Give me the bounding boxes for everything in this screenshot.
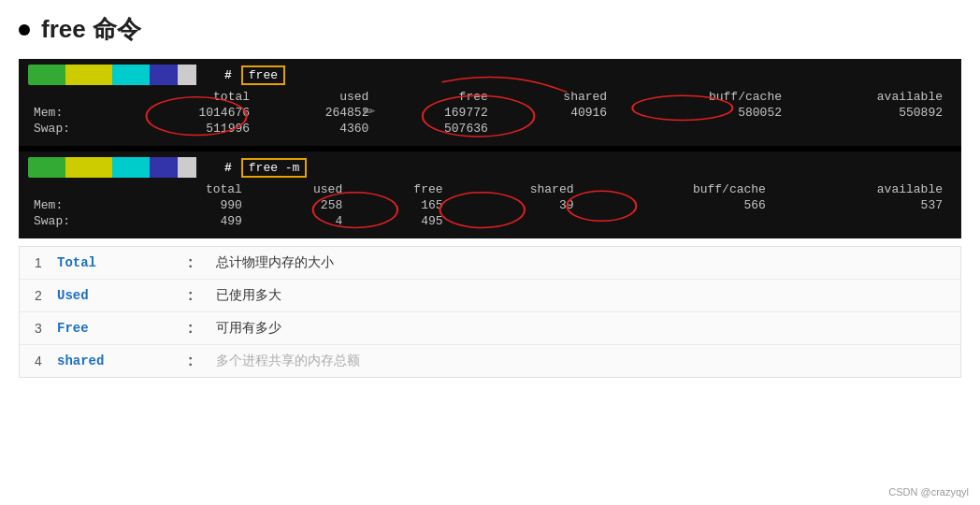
bar-green bbox=[28, 65, 65, 85]
page-container: free 命令 # free bbox=[0, 0, 980, 505]
col2-total: total bbox=[136, 181, 252, 197]
col-used: used bbox=[259, 89, 378, 105]
bar-cyan-2 bbox=[112, 157, 150, 178]
bar-blue-2 bbox=[150, 157, 178, 178]
row-swap-label: Swap: bbox=[28, 121, 126, 137]
bar-yellow-2 bbox=[65, 157, 112, 178]
col-label bbox=[28, 89, 126, 105]
row2-mem-available: 537 bbox=[775, 197, 952, 213]
row-swap-available bbox=[791, 121, 952, 137]
row2-mem-total: 990 bbox=[136, 197, 252, 213]
terminal-table-container-2: total used free shared buff/cache availa… bbox=[28, 181, 952, 229]
bar-white bbox=[178, 65, 196, 85]
col-available: available bbox=[791, 89, 952, 105]
row2-swap-used: 4 bbox=[252, 213, 352, 229]
prompt-symbol-2: # bbox=[224, 161, 232, 175]
row-mem-used: 264852 bbox=[259, 105, 378, 121]
col2-shared: shared bbox=[453, 181, 584, 197]
desc-text-4: 多个进程共享的内存总额 bbox=[216, 353, 360, 369]
col-shared: shared bbox=[497, 89, 616, 105]
row2-mem-free: 165 bbox=[352, 197, 452, 213]
desc-item-3: 3 Free : 可用有多少 bbox=[20, 312, 960, 345]
desc-num-2: 2 bbox=[35, 288, 57, 303]
bar-green-2 bbox=[28, 157, 65, 178]
desc-num-3: 3 bbox=[35, 321, 57, 336]
row-mem-available: 550892 bbox=[791, 105, 952, 121]
desc-keyword-4: shared bbox=[57, 354, 188, 368]
bar-cyan bbox=[112, 65, 150, 85]
prompt-row-1: # free bbox=[28, 65, 952, 85]
desc-item-1: 1 Total : 总计物理内存的大小 bbox=[20, 247, 960, 280]
row2-swap-total: 499 bbox=[136, 213, 252, 229]
command-2: free -m bbox=[241, 158, 308, 178]
row2-mem-used: 258 bbox=[252, 197, 352, 213]
desc-keyword-2: Used bbox=[57, 288, 188, 303]
terminal-block-1: # free total used free shared buff/cache bbox=[19, 59, 961, 146]
prompt-row-2: # free -m bbox=[28, 157, 952, 178]
table-header-row-1: total used free shared buff/cache availa… bbox=[28, 89, 952, 105]
row-mem-shared: 40916 bbox=[497, 105, 616, 121]
row2-swap-buffcache bbox=[584, 213, 775, 229]
prompt-bar-1 bbox=[28, 65, 215, 85]
col-free: free bbox=[378, 89, 497, 105]
row-mem-free: 169772 bbox=[378, 105, 497, 121]
row-swap-buffcache bbox=[616, 121, 791, 137]
page-title: free 命令 bbox=[41, 13, 141, 46]
row-mem-label: Mem: bbox=[28, 105, 126, 121]
row-swap-used: 4360 bbox=[259, 121, 378, 137]
row2-mem-shared: 39 bbox=[453, 197, 584, 213]
watermark: CSDN @crazyqyl bbox=[888, 486, 969, 498]
desc-item-4: 4 shared : 多个进程共享的内存总额 bbox=[20, 345, 960, 377]
col2-available: available bbox=[775, 181, 952, 197]
col-total: total bbox=[126, 89, 259, 105]
col-buffcache: buff/cache bbox=[616, 89, 791, 105]
bar-white-2 bbox=[178, 157, 196, 178]
terminal-section-1: # free total used free shared buff/cache bbox=[19, 59, 961, 238]
terminal-table-2: total used free shared buff/cache availa… bbox=[28, 181, 952, 229]
desc-keyword-3: Free bbox=[57, 321, 188, 336]
command-1: free bbox=[241, 65, 285, 85]
desc-text-2: 已使用多大 bbox=[216, 287, 281, 304]
terminal-table-container-1: total used free shared buff/cache availa… bbox=[28, 89, 952, 137]
row-swap-free: 507636 bbox=[378, 121, 497, 137]
desc-num-4: 4 bbox=[35, 354, 57, 368]
terminal-block-2: # free -m total used free shared buff/ca… bbox=[19, 152, 961, 238]
row2-mem-buffcache: 566 bbox=[584, 197, 775, 213]
desc-item-2: 2 Used : 已使用多大 bbox=[20, 280, 960, 312]
table-row-mem: Mem: 1014676 264852 169772 40916 580052 … bbox=[28, 105, 952, 121]
desc-num-1: 1 bbox=[35, 255, 57, 270]
desc-colon-1: : bbox=[188, 254, 216, 271]
desc-text-1: 总计物理内存的大小 bbox=[216, 254, 334, 271]
desc-keyword-1: Total bbox=[57, 255, 188, 270]
table-row-swap: Swap: 511996 4360 507636 bbox=[28, 121, 952, 137]
description-section: 1 Total : 总计物理内存的大小 2 Used : 已使用多大 3 Fre… bbox=[19, 246, 961, 378]
col2-buffcache: buff/cache bbox=[584, 181, 775, 197]
row2-mem-label: Mem: bbox=[28, 197, 136, 213]
col2-used: used bbox=[252, 181, 352, 197]
header-section: free 命令 bbox=[0, 0, 980, 55]
desc-colon-4: : bbox=[188, 353, 216, 369]
row2-swap-label: Swap: bbox=[28, 213, 136, 229]
bar-blue bbox=[150, 65, 178, 85]
prompt-bar-2 bbox=[28, 157, 215, 178]
table2-row-swap: Swap: 499 4 495 bbox=[28, 213, 952, 229]
bullet-icon bbox=[19, 24, 30, 36]
bar-yellow bbox=[65, 65, 112, 85]
row2-swap-shared bbox=[453, 213, 584, 229]
desc-colon-3: : bbox=[188, 320, 216, 337]
desc-text-3: 可用有多少 bbox=[216, 320, 281, 337]
col2-label bbox=[28, 181, 136, 197]
table-header-row-2: total used free shared buff/cache availa… bbox=[28, 181, 952, 197]
desc-colon-2: : bbox=[188, 287, 216, 304]
row-mem-buffcache: 580052 bbox=[616, 105, 791, 121]
prompt-symbol-1: # bbox=[224, 68, 232, 82]
table2-row-mem: Mem: 990 258 165 39 566 537 bbox=[28, 197, 952, 213]
row-swap-shared bbox=[497, 121, 616, 137]
col2-free: free bbox=[352, 181, 452, 197]
row-swap-total: 511996 bbox=[126, 121, 259, 137]
row2-swap-available bbox=[775, 213, 952, 229]
terminal-table-1: total used free shared buff/cache availa… bbox=[28, 89, 952, 137]
row-mem-total: 1014676 bbox=[126, 105, 259, 121]
row2-swap-free: 495 bbox=[352, 213, 452, 229]
